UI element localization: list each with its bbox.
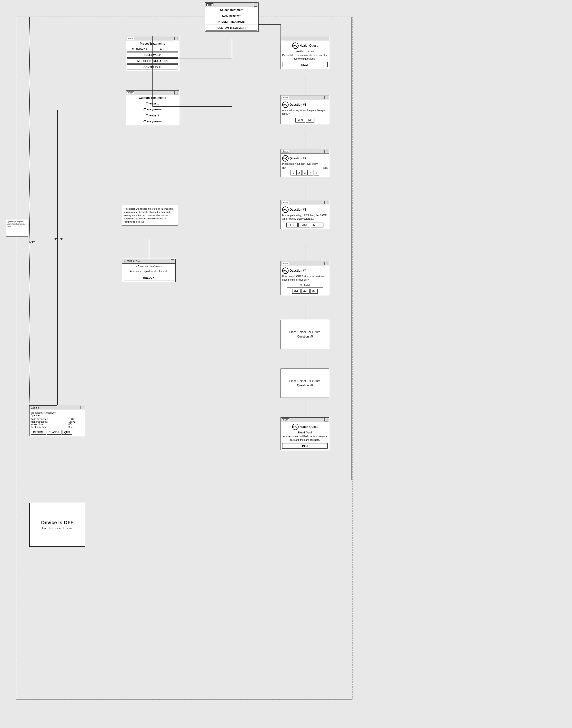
q3-label: Question #3 — [290, 208, 306, 211]
line-v-to-hq-intro — [281, 24, 281, 43]
pain-1[interactable]: 1 — [290, 170, 296, 176]
pain-5[interactable]: 5 — [314, 170, 319, 176]
treatment-time-val: 30m — [69, 426, 84, 428]
device-off-box[interactable]: Device is OFF Touch to reconnect to devi… — [29, 503, 85, 547]
lock-icon: 🔒 — [124, 260, 126, 262]
q4-opt3-btn[interactable]: 8+ — [310, 289, 318, 293]
quit-btn[interactable]: QUIT — [62, 430, 72, 435]
q3-same-btn[interactable]: SAME — [298, 222, 310, 227]
custom-corner — [174, 91, 178, 94]
line-hq-chain-7 — [305, 400, 305, 417]
q3-less-btn[interactable]: LESS — [286, 222, 298, 227]
hq-intro-brand: Health Quest — [299, 44, 317, 47]
q4-no-relief-btn[interactable]: No Relief — [287, 283, 323, 288]
q3-text: Is your pain today, LESS than, the SAME … — [282, 214, 328, 221]
amplitude-locked-msg: Amplitude adjustment is locked. — [124, 270, 174, 273]
therapy-name-1-btn[interactable]: <Therapy name> — [127, 107, 178, 112]
line-h-to-hq-intro — [259, 24, 281, 25]
hq-intro-corner — [282, 37, 285, 40]
line-amp-to-stim — [149, 239, 149, 259]
custom-back[interactable]: back — [127, 91, 134, 94]
placeholder6-text: Place Holder For Future Question #6 — [283, 379, 327, 388]
device-off-subtext: Touch to reconnect to device — [42, 527, 73, 530]
q4-back[interactable]: back — [282, 262, 289, 265]
q1-no-btn[interactable]: NO — [306, 118, 315, 123]
line-hq-chain-3 — [305, 183, 305, 200]
treatment-time-label: treatment time: — [31, 426, 69, 428]
q1-label: Question #1 — [290, 103, 306, 107]
side-note-box: [ ] nothing during care, upon check in/c… — [6, 220, 28, 237]
last-treatment-btn[interactable]: Last Treatment — [206, 13, 257, 18]
therapy-3-btn[interactable]: Therapy 3 — [127, 113, 178, 118]
preset-corner — [174, 37, 178, 40]
line-h-to-paused — [29, 405, 57, 406]
stim-timer: 0:22 min — [133, 260, 141, 262]
question1-box: back HQ Question #1 Are you looking forw… — [281, 95, 329, 124]
arrow-down-1 — [54, 238, 57, 240]
arrow-down-2 — [60, 238, 63, 240]
custom-treatment-btn[interactable]: CUSTOM TREATMENT — [206, 25, 257, 30]
hq-end-message: Your responses will help us improve your… — [282, 435, 328, 442]
standard-tab[interactable]: STANDARD — [127, 47, 152, 52]
pain-3[interactable]: 3 — [302, 170, 307, 176]
device-off-text: Device is OFF — [41, 520, 73, 525]
hq-next-btn[interactable]: NEXT — [282, 62, 328, 67]
q1-logo: HQ — [282, 102, 289, 108]
hq-end-back[interactable]: back — [282, 418, 289, 421]
pain-4[interactable]: 4 — [308, 170, 313, 176]
hq-end-brand: Health Quest — [299, 425, 317, 428]
stim-corner — [171, 259, 174, 263]
hq-intro-message: Please take a few moments to answer the … — [282, 54, 328, 61]
pain-2[interactable]: 2 — [296, 170, 302, 176]
unlock-btn[interactable]: UNLOCK — [124, 275, 174, 280]
health-quest-end-box: back HQ Health Quest Thank You! Your res… — [281, 417, 329, 450]
q2-high-label: high — [324, 167, 328, 169]
line-v-to-preset — [152, 36, 153, 59]
base-freq-val: 10Hz — [69, 418, 84, 420]
q4-opt1-btn[interactable]: 0-4 — [292, 289, 300, 293]
q2-back[interactable]: back — [282, 150, 289, 153]
dotted-h-top — [29, 17, 205, 17]
health-quest-intro-box: HQ Health Quest <patient name> Please ta… — [281, 36, 329, 69]
select-treatment-corner — [254, 3, 257, 7]
placeholder5-box: Place Holder For Future Question #5 — [281, 320, 329, 349]
paused-corner — [80, 406, 84, 409]
question3-box: back HQ Question #3 Is your pain today, … — [281, 200, 329, 229]
pain-scale: 1 2 3 4 5 — [282, 170, 328, 176]
high-freq-val: 150Hz — [69, 420, 84, 423]
line-select-to-preset — [232, 39, 232, 59]
line-hq-chain-2 — [305, 131, 305, 149]
outer-bottom-border — [16, 699, 352, 700]
stim-lock-box: 🔒 STIM 0:22 min <Treatment: treatment> A… — [122, 259, 175, 282]
q4-label: Question #4 — [290, 269, 306, 272]
sweep-label: sweep time: — [31, 423, 69, 426]
preset-treatment-btn[interactable]: PRESET TREATMENT — [206, 19, 257, 24]
high-freq-label: high frequency: — [31, 420, 69, 423]
line-to-paused — [57, 110, 58, 405]
paused-timer: 0:29 min — [31, 406, 40, 409]
q2-text: Please rate your pain level today. — [282, 162, 328, 165]
hq-end-logo: HQ — [292, 424, 299, 430]
amplitude-lock-text: This dialog will appear if there is an i… — [124, 207, 176, 223]
q4-corner — [325, 262, 328, 265]
q3-more-btn[interactable]: MORE — [311, 222, 324, 227]
q1-back[interactable]: back — [282, 96, 289, 99]
question4-box: back HQ Question #4 How many HOURS after… — [281, 261, 329, 295]
q1-yes-btn[interactable]: YES — [295, 118, 305, 123]
hq-finish-btn[interactable]: FINISH — [282, 443, 328, 449]
abrupt-tab[interactable]: ABRUPT — [153, 47, 178, 52]
paused-label: *paused* — [31, 414, 84, 417]
resume-btn[interactable]: RESUME — [31, 430, 46, 435]
hq-intro-logo: HQ — [292, 43, 299, 49]
hq-patient-placeholder: <patient name> — [282, 50, 328, 53]
amplitude-lock-dialog: This dialog will appear if there is an i… — [122, 205, 178, 225]
line-h-to-custom — [152, 106, 232, 107]
select-treatment-title: Select Treatment — [206, 8, 257, 12]
preset-back[interactable]: back — [127, 37, 134, 40]
q4-opt2-btn[interactable]: 4-8 — [301, 289, 309, 293]
select-treatment-back[interactable]: back — [206, 3, 213, 6]
q3-back[interactable]: back — [282, 201, 289, 204]
q1-corner — [325, 96, 328, 99]
therapy-name-2-btn[interactable]: <Therapy name> — [127, 119, 178, 124]
change-btn[interactable]: CHANGE — [47, 430, 62, 435]
